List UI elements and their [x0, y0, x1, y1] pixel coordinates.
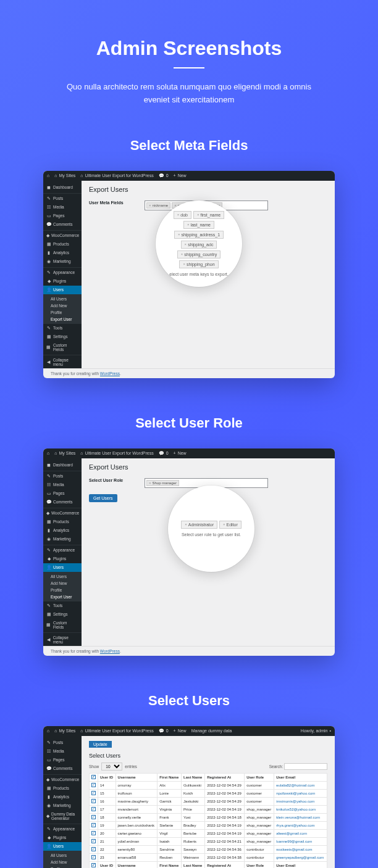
sidebar-item-appearance[interactable]: ✎Appearance: [43, 267, 82, 277]
howdy[interactable]: Howdy, admin ▪: [301, 729, 331, 733]
sidebar-item-pages[interactable]: ▭Pages: [43, 212, 82, 220]
remove-tag-icon[interactable]: ×: [223, 523, 225, 526]
sidebar-item-collapse[interactable]: ◀Collapse menu: [43, 632, 82, 646]
remove-tag-icon[interactable]: ×: [197, 213, 200, 217]
col-User Email[interactable]: User Email: [274, 773, 327, 781]
sidebar-item-users[interactable]: 👤Users: [43, 286, 82, 294]
remove-tag-icon[interactable]: ×: [183, 262, 185, 266]
update-tab[interactable]: Update: [89, 741, 112, 748]
sidebar-item-comments[interactable]: 💬Comments: [43, 498, 82, 506]
sidebar-item-products[interactable]: ▦Products: [43, 518, 82, 526]
sidebar-item-marketing[interactable]: ◉Marketing: [43, 535, 82, 544]
tag-dob[interactable]: × dob: [174, 211, 191, 219]
sidebar-item-dummy[interactable]: ◆Dummy Data Generator: [43, 810, 82, 822]
tag-shipping_address_1[interactable]: × shipping_address_1: [174, 231, 224, 239]
sidebar-item-tools[interactable]: ✎Tools: [43, 601, 82, 610]
row-checkbox[interactable]: [91, 847, 96, 851]
tag-Shop manager[interactable]: × Shop manager: [146, 480, 179, 486]
select-all-checkbox[interactable]: [91, 775, 96, 779]
sidebar-item-appearance[interactable]: ✎Appearance: [43, 824, 82, 833]
sidebar-item-settings[interactable]: ▦Settings: [43, 333, 82, 341]
sidebar-item-comments[interactable]: 💬Comments: [43, 220, 82, 229]
sidebar-item-media[interactable]: ☷Media: [43, 203, 82, 212]
sub-all-users[interactable]: All Users: [43, 296, 82, 302]
sidebar-item-analytics[interactable]: ▮Analytics: [43, 249, 82, 257]
get-users-button[interactable]: Get Users: [89, 494, 117, 502]
row-checkbox[interactable]: [91, 831, 96, 835]
sub-profile[interactable]: Profile: [43, 866, 82, 868]
col-Registered At[interactable]: Registered At: [205, 861, 245, 868]
sidebar-item-custom-fields[interactable]: ▦Custom Fields: [43, 619, 82, 631]
sub-export-user[interactable]: Export User: [43, 316, 82, 323]
col-First Name[interactable]: First Name: [158, 773, 182, 781]
new-link[interactable]: + New: [174, 729, 187, 733]
new-link[interactable]: + New: [174, 451, 187, 455]
remove-tag-icon[interactable]: ×: [178, 233, 180, 236]
sidebar-item-pages[interactable]: ▭Pages: [43, 756, 82, 764]
sidebar-item-marketing[interactable]: ◉Marketing: [43, 801, 82, 810]
remove-tag-icon[interactable]: ×: [181, 252, 183, 256]
remove-tag-icon[interactable]: ×: [149, 481, 151, 485]
sidebar-item-plugins[interactable]: ◆Plugins: [43, 555, 82, 563]
sub-export-user[interactable]: Export User: [43, 593, 82, 600]
comments-link[interactable]: 💬 0: [159, 173, 169, 178]
col-User Email[interactable]: User Email: [274, 861, 327, 868]
entries-select[interactable]: 10: [101, 763, 122, 771]
sidebar-item-collapse[interactable]: ◀Collapse menu: [43, 355, 82, 368]
sidebar-item-plugins[interactable]: ◆Plugins: [43, 833, 82, 842]
sidebar-item-woocommerce[interactable]: ◆WooCommerce: [43, 230, 82, 240]
sidebar-item-posts[interactable]: ✎Posts: [43, 193, 82, 203]
col-checkbox[interactable]: [90, 861, 98, 868]
sub-add-new[interactable]: Add New: [43, 580, 82, 587]
site-name-link[interactable]: ⌂ Ultimate User Export for WordPress: [80, 729, 153, 733]
row-checkbox[interactable]: [91, 815, 96, 819]
my-sites-link[interactable]: ⌂ My Sites: [54, 729, 75, 733]
tag-shipping_adc[interactable]: × shipping_adc: [181, 241, 217, 249]
row-checkbox[interactable]: [91, 783, 96, 787]
sub-all-users[interactable]: All Users: [43, 852, 82, 859]
new-link[interactable]: + New: [174, 173, 187, 178]
sub-all-users[interactable]: All Users: [43, 573, 82, 580]
col-Username[interactable]: Username: [116, 861, 158, 868]
my-sites-link[interactable]: ⌂ My Sites: [54, 173, 75, 178]
wordpress-link[interactable]: WordPress: [100, 371, 120, 376]
manage-dummy-link[interactable]: Manage dummy data: [191, 729, 232, 733]
row-checkbox[interactable]: [91, 799, 96, 803]
sub-add-new[interactable]: Add New: [43, 859, 82, 866]
site-name-link[interactable]: ⌂ Ultimate User Export for WordPress: [80, 173, 153, 178]
sidebar-item-plugins[interactable]: ◆Plugins: [43, 277, 82, 286]
sidebar-item-marketing[interactable]: ◉Marketing: [43, 257, 82, 266]
col-User Role[interactable]: User Role: [245, 861, 274, 868]
sidebar-item-users[interactable]: 👤Users: [43, 563, 82, 572]
my-sites-link[interactable]: ⌂ My Sites: [54, 451, 75, 455]
sidebar-item-dashboard[interactable]: ◼Dashboard: [43, 461, 82, 469]
sidebar-item-posts[interactable]: ✎Posts: [43, 738, 82, 747]
col-User ID[interactable]: User ID: [98, 773, 116, 781]
wp-logo-icon[interactable]: ⌂: [47, 729, 49, 733]
col-Registered At[interactable]: Registered At: [205, 773, 245, 781]
row-checkbox[interactable]: [91, 855, 96, 859]
site-name-link[interactable]: ⌂ Ultimate User Export for WordPress: [80, 451, 153, 455]
sidebar-item-media[interactable]: ☷Media: [43, 747, 82, 756]
sidebar-item-woocommerce[interactable]: ◆WooCommerce: [43, 508, 82, 518]
col-Last Name[interactable]: Last Name: [182, 861, 205, 868]
tag-nickname[interactable]: × nickname: [146, 202, 170, 209]
remove-tag-icon[interactable]: ×: [177, 213, 180, 217]
remove-tag-icon[interactable]: ×: [185, 242, 187, 246]
tag-shipping_country[interactable]: × shipping_country: [177, 250, 220, 258]
wp-logo-icon[interactable]: ⌂: [47, 173, 49, 178]
col-User ID[interactable]: User ID: [98, 861, 116, 868]
tag-shipping_phon[interactable]: × shipping_phon: [179, 260, 218, 268]
wordpress-link[interactable]: WordPress: [100, 649, 120, 653]
sidebar-item-pages[interactable]: ▭Pages: [43, 489, 82, 498]
sidebar-item-media[interactable]: ☷Media: [43, 481, 82, 489]
sidebar-item-appearance[interactable]: ✎Appearance: [43, 545, 82, 555]
sidebar-item-products[interactable]: ▦Products: [43, 240, 82, 249]
sidebar-item-analytics[interactable]: ▮Analytics: [43, 793, 82, 801]
row-checkbox[interactable]: [91, 807, 96, 811]
tag-first_name[interactable]: × first_name: [193, 211, 224, 219]
sidebar-item-tools[interactable]: ✎Tools: [43, 324, 82, 333]
sidebar-item-dashboard[interactable]: ◼Dashboard: [43, 183, 82, 192]
col-User Role[interactable]: User Role: [245, 773, 274, 781]
comments-link[interactable]: 💬 0: [159, 729, 169, 734]
